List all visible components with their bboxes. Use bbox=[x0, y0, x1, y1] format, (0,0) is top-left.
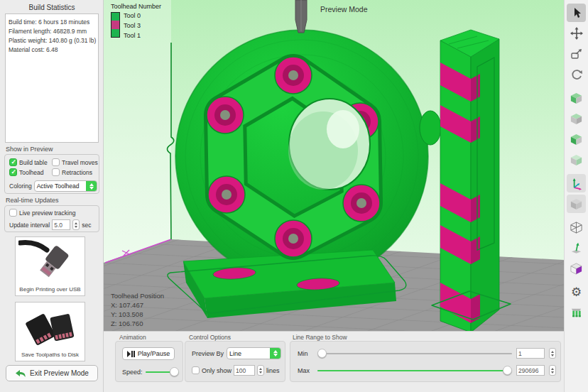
view-side-button[interactable] bbox=[567, 130, 586, 148]
update-interval-field[interactable] bbox=[52, 219, 70, 230]
coloring-dropdown[interactable]: Active Toolhead bbox=[34, 180, 97, 192]
control-options-label: Control Options bbox=[189, 334, 231, 341]
coordinate-axes-button[interactable] bbox=[567, 174, 586, 192]
legend-colorbar bbox=[111, 12, 120, 38]
zoom-region-button[interactable] bbox=[567, 45, 586, 63]
min-slider[interactable] bbox=[317, 349, 512, 358]
pan-view-button[interactable] bbox=[567, 24, 586, 43]
rotate-view-button[interactable] bbox=[567, 65, 586, 84]
legend-swatch-tool1 bbox=[111, 29, 119, 37]
coloring-row: Coloring Active Toolhead bbox=[9, 180, 97, 192]
max-row: Max bbox=[298, 365, 556, 376]
speed-slider[interactable] bbox=[146, 367, 179, 376]
legend-label-tool1: Tool 1 bbox=[124, 32, 141, 39]
supports-button[interactable] bbox=[567, 303, 586, 322]
toolhead-position-x: X: 107.467 bbox=[111, 300, 164, 310]
viewport-3d-scene[interactable] bbox=[104, 0, 564, 331]
stat-build-time: Build time: 6 hours 18 minutes bbox=[9, 18, 95, 27]
model-center-hole bbox=[288, 99, 370, 190]
stat-material-cost: Material cost: 6.48 bbox=[9, 45, 95, 55]
preview-by-dropdown[interactable]: Line bbox=[227, 347, 281, 359]
min-value-field[interactable] bbox=[516, 348, 545, 359]
model-striped-tower[interactable] bbox=[432, 30, 511, 331]
live-preview-checkbox[interactable] bbox=[9, 209, 17, 217]
coloring-label: Coloring bbox=[9, 183, 32, 190]
legend-swatch-tool0 bbox=[111, 13, 119, 21]
realtime-updates-label: Real-time Updates bbox=[6, 197, 59, 204]
legend-swatch-tool3 bbox=[111, 21, 119, 28]
exit-preview-mode-button[interactable]: Exit Preview Mode bbox=[6, 365, 98, 381]
preview-by-value: Line bbox=[227, 350, 270, 357]
preview-mode-label: Preview Mode bbox=[320, 5, 368, 13]
cube-side-icon bbox=[570, 133, 583, 146]
rotate-icon bbox=[570, 68, 583, 81]
checkbox-travel-moves[interactable]: Travel moves bbox=[52, 158, 98, 166]
min-label: Min bbox=[298, 350, 313, 357]
checkbox-retractions[interactable]: Retractions bbox=[52, 168, 92, 176]
retractions-checkbox[interactable] bbox=[52, 168, 60, 176]
line-range-label: Line Range to Show bbox=[293, 334, 347, 341]
toolhead-checkbox[interactable] bbox=[9, 168, 17, 176]
only-show-stepper[interactable] bbox=[257, 365, 264, 376]
checkbox-live-preview[interactable]: Live preview tracking bbox=[9, 209, 75, 217]
sd-button-caption: Save Toolpaths to Disk bbox=[21, 350, 79, 361]
left-panel: Build Statistics Build time: 6 hours 18 … bbox=[0, 0, 104, 392]
wireframe-view-button[interactable] bbox=[567, 218, 586, 236]
toolhead-legend: Toolhead Number Tool 0 Tool 3 Tool 1 bbox=[111, 3, 161, 39]
play-pause-label: Play/Pause bbox=[138, 350, 170, 357]
zoom-region-icon bbox=[570, 48, 583, 60]
line-range-group: Min Max bbox=[290, 341, 561, 382]
sd-cards-image bbox=[16, 303, 85, 350]
toolhead-label: Toolhead bbox=[19, 169, 44, 176]
min-stepper[interactable] bbox=[549, 348, 556, 359]
coloring-value: Active Toolhead bbox=[35, 183, 86, 190]
animation-label: Animation bbox=[119, 334, 146, 341]
normal-arrow-icon bbox=[570, 241, 583, 255]
travel-moves-label: Travel moves bbox=[62, 159, 98, 166]
only-show-checkbox[interactable] bbox=[192, 366, 200, 374]
only-show-field[interactable] bbox=[234, 365, 255, 376]
max-value-field[interactable] bbox=[516, 365, 545, 376]
dropdown-stepper-icon bbox=[86, 180, 97, 192]
axes-icon bbox=[570, 177, 583, 190]
only-show-label: Only show bbox=[202, 367, 232, 374]
stat-plastic-weight: Plastic weight: 140.80 g (0.31 lb) bbox=[9, 36, 95, 45]
show-in-preview-label: Show in Preview bbox=[6, 146, 53, 153]
cross-section-button[interactable] bbox=[567, 259, 586, 278]
select-tool-button[interactable] bbox=[567, 4, 586, 22]
update-interval-label: Update interval bbox=[9, 222, 50, 229]
max-stepper[interactable] bbox=[549, 365, 556, 376]
legend-title: Toolhead Number bbox=[111, 3, 161, 10]
usb-button-caption: Begin Printing over USB bbox=[19, 285, 80, 295]
gear-icon: ⚙ bbox=[571, 286, 582, 298]
view-front-button[interactable] bbox=[567, 89, 586, 107]
build-statistics-box: Build time: 6 hours 18 minutes Filament … bbox=[5, 13, 99, 143]
settings-button[interactable]: ⚙ bbox=[567, 283, 586, 301]
cursor-icon bbox=[570, 6, 583, 19]
back-arrow-icon bbox=[15, 370, 26, 377]
view-iso-button[interactable] bbox=[567, 195, 586, 213]
build-table-checkbox[interactable] bbox=[9, 158, 17, 166]
control-options-group: Preview By Line Only show lines bbox=[185, 341, 285, 382]
cross-section-icon bbox=[570, 262, 583, 276]
model-side-nub bbox=[420, 111, 441, 145]
legend-label-tool0: Tool 0 bbox=[124, 12, 141, 19]
animation-group: Play/Pause Speed: bbox=[115, 341, 183, 382]
save-toolpaths-button[interactable]: Save Toolpaths to Disk bbox=[15, 302, 85, 361]
play-pause-button[interactable]: Play/Pause bbox=[122, 347, 175, 360]
view-top-button[interactable] bbox=[567, 109, 586, 128]
layer-normal-button[interactable] bbox=[567, 239, 586, 257]
max-label: Max bbox=[298, 367, 313, 374]
exit-button-label: Exit Preview Mode bbox=[30, 369, 89, 377]
checkbox-build-table[interactable]: Build table bbox=[9, 158, 48, 166]
view-toolbar: ⚙ bbox=[564, 0, 588, 392]
cube-back-icon bbox=[570, 153, 583, 167]
travel-moves-checkbox[interactable] bbox=[52, 158, 60, 166]
update-interval-stepper[interactable] bbox=[72, 219, 80, 230]
viewport-3d[interactable]: Toolhead Number Tool 0 Tool 3 Tool 1 Pre… bbox=[104, 0, 564, 331]
print-over-usb-button[interactable]: Begin Printing over USB bbox=[15, 236, 85, 296]
checkbox-toolhead[interactable]: Toolhead bbox=[9, 168, 44, 176]
lines-label: lines bbox=[266, 367, 280, 374]
max-slider[interactable] bbox=[317, 366, 512, 375]
view-back-button[interactable] bbox=[567, 151, 586, 169]
